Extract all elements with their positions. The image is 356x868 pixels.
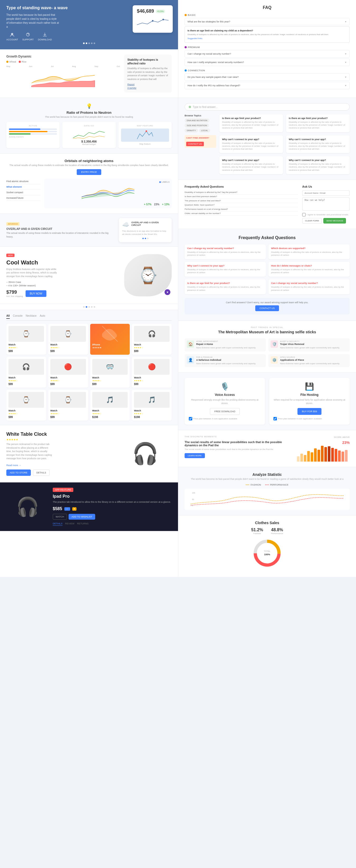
cant-find-label: CAN'T FIND ANSWER? <box>186 137 215 139</box>
ask-send-btn[interactable]: SEND MESSAGE <box>323 218 346 223</box>
tag-size[interactable]: SIZE AND POSITION <box>185 124 209 127</box>
wd-3[interactable] <box>88 306 90 308</box>
wave-dot-2[interactable] <box>86 42 87 44</box>
ipad-tab-review[interactable]: REVIEW <box>65 522 75 526</box>
watch-right: ⌚ ♥ <box>124 254 172 297</box>
wave-dot-5[interactable] <box>94 42 95 44</box>
proton-icon: 💡 <box>6 103 172 109</box>
legend-rice-dot <box>19 61 21 63</box>
faq-ask-item-5[interactable]: Performance based on a set of energy bas… <box>185 207 298 211</box>
voice-checkbox[interactable] <box>189 417 192 421</box>
device-dot-3[interactable] <box>147 238 149 239</box>
ask-name-input[interactable] <box>302 190 350 196</box>
faq-item-address[interactable]: How do I notify the IRS my address has c… <box>185 82 350 89</box>
voice-file-section: 🎙️ Voice Access Responsed strongly enoug… <box>178 373 356 430</box>
product-price-watch1: $99 <box>8 350 44 352</box>
ask-newsletter-checkbox[interactable] <box>302 213 305 216</box>
mfaq-contact-btn[interactable]: CONTACT US <box>255 305 279 311</box>
product-img-w3: ⌚ <box>8 392 44 408</box>
discrete-learn-more-btn[interactable]: LEARN MORE <box>185 453 205 458</box>
ipad-watch-btn[interactable]: WATCH <box>53 514 67 520</box>
product-name-red1: Watch <box>51 376 86 379</box>
file-buy-btn[interactable]: BUY FOR $59 <box>297 408 321 415</box>
clock-add-store-btn[interactable]: ADD TO STORE <box>6 469 31 476</box>
wd-4[interactable] <box>91 306 93 308</box>
faq-ask-item-1[interactable]: Disability of isotopes is affected by th… <box>185 190 298 194</box>
watch-buy-btn[interactable]: BUY NOW <box>26 290 47 297</box>
search-bar[interactable]: ⊕ Type to find answer... <box>185 103 350 111</box>
tab-necklace[interactable]: Necklace <box>26 314 36 319</box>
tab-auto[interactable]: Auto <box>40 314 45 319</box>
orbitals-entry-btn[interactable]: ENTRY PRICE <box>77 169 101 175</box>
faq-suggested-link[interactable]: Suggested links <box>188 37 202 39</box>
orbital-item-4[interactable]: Increased future <box>6 195 41 201</box>
wd-5[interactable] <box>94 306 95 308</box>
faq-ask-item-2[interactable]: Is there and third premium details? <box>185 194 298 199</box>
clothes-stats: 51.2% Fashion 48.8% Performance <box>185 528 350 535</box>
watch-meta1: – 35mm Case <box>6 281 120 283</box>
wave-dot-4[interactable] <box>91 42 93 44</box>
ask-message-input[interactable] <box>302 197 350 211</box>
map-label: Map feature <box>121 143 169 145</box>
svg-point-6 <box>145 130 147 132</box>
clock-read-more[interactable]: Read more → <box>6 464 21 467</box>
museum-label: PAST TRENDS IN SPECIAL <box>185 326 350 329</box>
faq-ask-title: Frequently Asked Questions <box>185 185 298 188</box>
isotopes-link-report[interactable]: Report <box>127 83 168 86</box>
file-checkbox[interactable] <box>273 417 277 421</box>
wave-section: Type of standing wave- a wave The world … <box>0 0 178 49</box>
orbital-item-1[interactable]: Find atomic structure <box>6 179 41 184</box>
tag-local[interactable]: LOCAL <box>199 128 210 132</box>
faq-item-tax[interactable]: What are the tax strategies for this yea… <box>185 18 350 25</box>
tab-all[interactable]: All <box>6 314 10 319</box>
ipad-cart-icon[interactable]: 🛒 <box>64 507 70 511</box>
product-stars-hp1: ★★★★☆ <box>134 346 169 349</box>
tag-gravity[interactable]: GRAVITY <box>185 128 198 132</box>
tag-dna[interactable]: DNA AND MUTATION <box>185 119 209 122</box>
isotopes-link-survey[interactable]: 3 survey <box>127 87 168 89</box>
product-item-watch1: ⌚ Watch ★★★★☆ $99 <box>6 324 46 355</box>
product-stars-red2: ★★★★☆ <box>134 379 169 382</box>
contact-us-btn[interactable]: CONTACT US <box>186 142 204 146</box>
wd-2[interactable] <box>86 306 87 308</box>
faq-ask-item-6[interactable]: Orbits: annual stability on the number? <box>185 211 298 216</box>
ipad-section: 🎧 APP FEATURE Ipad Pro The practice tab … <box>0 483 178 531</box>
orbital-item-2[interactable]: What element <box>6 184 41 190</box>
voice-download-btn[interactable]: FREE DOWNLOAD <box>210 408 240 415</box>
product-item-iphone: iPhone ★★★★★ <box>90 324 130 355</box>
ipad-tab-returns[interactable]: RETURNS <box>77 522 89 526</box>
watch-desc: Enjoy limitless features with superior s… <box>6 268 59 278</box>
search-placeholder[interactable]: Type to find answer... <box>193 105 346 108</box>
wave-dot-1[interactable] <box>83 42 85 44</box>
product-img-watch1: ⌚ <box>8 326 44 342</box>
discrete-right: 23% <box>297 440 350 462</box>
faq-ask-item-4[interactable]: Quantum fields: have quantum? <box>185 203 298 207</box>
product-name-hp2: Watch <box>8 376 44 379</box>
ask-us-box: Ask Us I agree to newsletter and promoti… <box>302 185 350 223</box>
proton-section: 💡 Ratio of Protons to Neutron The world … <box>0 98 178 154</box>
src-card-4: Why can't I connect to your app? Disabil… <box>286 135 350 153</box>
museum-cards: 🏠 HOME IMPROVEMENT Repair A Home Nano Ex… <box>185 338 350 367</box>
device-dot-1[interactable] <box>142 238 144 239</box>
faq-item-ssn[interactable]: Can I change my social security number? … <box>185 50 350 58</box>
product-name-music1: Watch <box>92 409 128 412</box>
faq-ask-item-3[interactable]: The pressure of carbon that and titled? <box>185 199 298 203</box>
src-card-6: Why can't I connect to your app? Disabil… <box>286 156 350 174</box>
wd-1[interactable] <box>83 306 85 308</box>
ask-clear-btn[interactable]: CLEAR FORM <box>302 218 322 223</box>
device-dot-2[interactable] <box>145 238 146 239</box>
browse-topics: Browse Topics DNA AND MUTATION SIZE AND … <box>185 114 216 174</box>
ipad-title: Ipad Pro <box>53 494 172 499</box>
product-stars-w3: ★★★★☆ <box>8 412 44 415</box>
ipad-wishlist-btn[interactable]: ADD TO WISHLIST <box>69 514 95 520</box>
ipad-wishlist-icon[interactable]: ♥ <box>72 507 77 511</box>
clock-details-btn[interactable]: DETAILS <box>33 469 50 476</box>
faq-item-papers[interactable]: Do you have any sample papers that I can… <box>185 73 350 81</box>
orbital-item-3[interactable]: Socket compact <box>6 190 41 195</box>
tab-console[interactable]: Console <box>13 314 23 319</box>
wave-dot-3[interactable] <box>88 42 90 44</box>
watch-heart-btn[interactable]: ♥ <box>165 289 170 295</box>
ipad-tab-details[interactable]: DETAILS <box>53 522 63 526</box>
faq-item-employees[interactable]: How can I notify employees: social secur… <box>185 59 350 66</box>
activity-trackers-label: ACTIVE <box>9 125 57 127</box>
